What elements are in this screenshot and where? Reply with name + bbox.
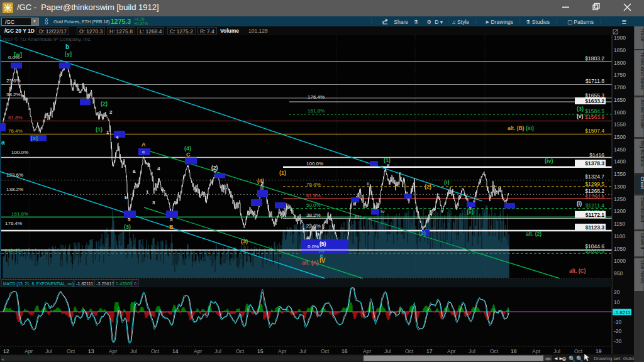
svg-text:$1711.8: $1711.8: [586, 78, 604, 84]
svg-text:50.0%: 50.0%: [306, 202, 321, 208]
svg-text:i: i: [380, 200, 381, 206]
svg-text:950: 950: [614, 270, 623, 277]
svg-text:🔍: 🔍: [569, 355, 576, 362]
svg-text:c: c: [142, 149, 145, 155]
svg-text:(1): (1): [279, 170, 286, 176]
svg-text:Jul: Jul: [553, 348, 560, 354]
svg-text:19: 19: [596, 348, 602, 354]
svg-text:14: 14: [172, 348, 179, 354]
svg-text:-20: -20: [614, 328, 622, 334]
svg-text:(2): (2): [425, 184, 431, 190]
svg-text:alt. (B): alt. (B): [508, 125, 525, 131]
svg-text:1.43505: 1.43505: [116, 281, 132, 287]
svg-text:18: 18: [511, 348, 517, 354]
svg-text:[y]: [y]: [65, 51, 72, 57]
svg-text:3: 3: [152, 200, 155, 206]
svg-text:(i): (i): [577, 200, 582, 207]
svg-text:(1): (1): [96, 126, 103, 133]
svg-text:61.8%: 61.8%: [306, 193, 321, 199]
svg-text:(2): (2): [101, 101, 108, 107]
svg-text:Jul: Jul: [299, 348, 306, 354]
svg-text:Trade: Trade: [640, 28, 644, 41]
svg-text:1850: 1850: [614, 47, 626, 53]
svg-text:-1.82111: -1.82111: [76, 281, 93, 287]
svg-text:(2): (2): [211, 165, 218, 171]
svg-text:Oct: Oct: [490, 348, 499, 354]
svg-text:b: b: [65, 43, 69, 50]
svg-text:5: 5: [128, 217, 131, 222]
svg-text:4: 4: [116, 134, 119, 140]
svg-text:(4): (4): [184, 145, 191, 151]
svg-text:$1563.9: $1563.9: [585, 114, 604, 120]
svg-text:Times And Sales: Times And Sales: [640, 52, 644, 90]
svg-text:2017 © TD Ameritrade IP Compan: 2017 © TD Ameritrade IP Company, Inc.: [2, 36, 91, 42]
svg-text:1100: 1100: [614, 233, 626, 239]
svg-text:13: 13: [88, 348, 94, 354]
svg-text:Jul: Jul: [469, 348, 475, 354]
svg-text:◂: ◂: [1, 357, 4, 361]
svg-text:(2): (2): [419, 230, 426, 236]
svg-text:$1803.2: $1803.2: [585, 55, 604, 62]
svg-text:(3): (3): [241, 238, 248, 244]
svg-text:Apr: Apr: [278, 348, 286, 354]
svg-text:Active Trader: Active Trader: [640, 99, 644, 129]
svg-text:12: 12: [3, 348, 9, 354]
svg-text:2: 2: [147, 162, 150, 168]
svg-text:(iii): (iii): [526, 125, 534, 131]
svg-text:10: 10: [614, 299, 620, 305]
svg-text:Oct: Oct: [405, 348, 414, 354]
svg-text:-30: -30: [614, 338, 622, 344]
svg-text:1: 1: [106, 129, 109, 135]
svg-text:1800: 1800: [614, 60, 626, 66]
svg-text:Jul: Jul: [45, 348, 52, 354]
svg-text:15: 15: [257, 348, 264, 354]
svg-text:138.2%: 138.2%: [6, 187, 23, 192]
svg-text:1600: 1600: [614, 109, 626, 116]
svg-text:4: 4: [157, 166, 160, 172]
svg-text:$1416: $1416: [589, 152, 604, 158]
svg-text:Apr: Apr: [194, 348, 202, 354]
svg-text:1450: 1450: [614, 146, 626, 153]
svg-text:Jul: Jul: [384, 348, 391, 354]
svg-text:(iv): (iv): [545, 158, 553, 164]
svg-text:1000: 1000: [614, 258, 626, 264]
svg-text:Drawing set: Gold2: Drawing set: Gold2: [594, 356, 637, 361]
svg-text:1050: 1050: [614, 246, 626, 252]
svg-text:Oct: Oct: [67, 348, 75, 354]
svg-text:$1211.4: $1211.4: [586, 202, 604, 209]
svg-text:38.2%: 38.2%: [6, 92, 21, 97]
svg-text:Apr: Apr: [25, 348, 33, 354]
svg-text:$1299.5: $1299.5: [585, 181, 604, 187]
svg-text:76.4%: 76.4%: [8, 128, 23, 134]
svg-text:ii: ii: [367, 181, 369, 187]
svg-text:2: 2: [109, 109, 113, 115]
svg-text:176.4%: 176.4%: [5, 221, 22, 226]
svg-text:1200: 1200: [614, 208, 626, 214]
svg-text:200.0%: 200.0%: [5, 248, 22, 253]
svg-text:$1250.8: $1250.8: [585, 194, 604, 200]
svg-text:iii: iii: [355, 214, 359, 219]
svg-text:23.6%: 23.6%: [6, 78, 21, 84]
svg-text:Apr: Apr: [532, 348, 540, 354]
svg-text:B: B: [169, 224, 174, 230]
svg-text:(5): (5): [319, 248, 325, 253]
svg-text:5: 5: [170, 217, 173, 222]
svg-text:alt. (C): alt. (C): [569, 268, 586, 274]
svg-text:$1324.7: $1324.7: [585, 173, 604, 180]
svg-text:$1633.2: $1633.2: [585, 98, 604, 104]
svg-text:0: 0: [134, 281, 136, 287]
svg-text:(3): (3): [124, 224, 131, 230]
svg-text:(i): (i): [444, 179, 450, 185]
svg-text:-10: -10: [614, 319, 622, 325]
svg-text:[x]: [x]: [31, 135, 38, 141]
svg-text:Oct: Oct: [321, 348, 330, 354]
svg-text:A: A: [142, 141, 146, 148]
svg-text:-1.8211: -1.8211: [614, 310, 631, 315]
svg-text:1550: 1550: [614, 121, 626, 128]
svg-text:Oct: Oct: [236, 348, 245, 354]
svg-text:$1172.1: $1172.1: [586, 212, 605, 218]
svg-text:$1507.4: $1507.4: [585, 128, 604, 134]
svg-text:123.6%: 123.6%: [6, 172, 23, 178]
svg-text:1500: 1500: [614, 134, 626, 140]
svg-text:Dashboard: Dashboard: [640, 197, 644, 222]
